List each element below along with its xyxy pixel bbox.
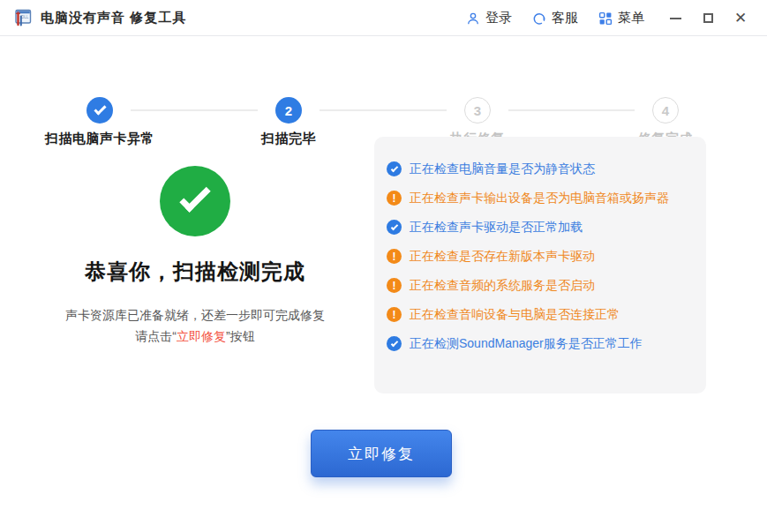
- step-indicator: 扫描电脑声卡异常2扫描完毕3执行修复4修复完成: [0, 37, 767, 125]
- scan-item: !正在检查声卡输出设备是否为电脑音箱或扬声器: [387, 184, 706, 213]
- scan-item-text: 正在检查音响设备与电脑是否连接正常: [410, 307, 620, 323]
- close-button[interactable]: ✕: [733, 11, 748, 26]
- scan-item-text: 正在检测SoundManager服务是否正常工作: [410, 336, 643, 352]
- step-label: 扫描完毕: [192, 131, 386, 147]
- check-icon: [387, 220, 402, 235]
- scan-item: 正在检查声卡驱动是否正常加载: [387, 213, 706, 242]
- result-heading: 恭喜你，扫描检测完成: [27, 258, 363, 286]
- menu-label: 菜单: [618, 10, 644, 26]
- scan-item: 正在检测SoundManager服务是否正常工作: [387, 329, 706, 358]
- exclamation-glyph: !: [393, 281, 396, 291]
- login-label: 登录: [485, 10, 512, 26]
- result-subtext-line1: 声卡资源库已准备就绪，还差一步即可完成修复: [65, 308, 325, 322]
- step-label: 扫描电脑声卡异常: [3, 131, 197, 147]
- scan-result-summary: 恭喜你，扫描检测完成 声卡资源库已准备就绪，还差一步即可完成修复 请点击“立即修…: [27, 157, 363, 347]
- result-subtext: 声卡资源库已准备就绪，还差一步即可完成修复 请点击“立即修复”按钮: [27, 304, 363, 347]
- warning-icon: !: [387, 249, 402, 264]
- exclamation-glyph: !: [393, 251, 396, 262]
- exclamation-glyph: !: [393, 193, 396, 204]
- warning-icon: !: [387, 191, 402, 206]
- scan-result-list: 正在检查电脑音量是否为静音状态!正在检查声卡输出设备是否为电脑音箱或扬声器正在检…: [374, 137, 706, 393]
- scan-item-text: 正在检查电脑音量是否为静音状态: [410, 161, 595, 177]
- scan-item-text: 正在检查音频的系统服务是否启动: [410, 278, 595, 294]
- scan-item-text: 正在检查声卡驱动是否正常加载: [410, 220, 583, 236]
- check-icon: [387, 336, 402, 351]
- svg-text:DLL: DLL: [21, 15, 29, 19]
- check-glyph: [390, 164, 397, 171]
- step-connector: [320, 109, 447, 111]
- step-connector: [131, 109, 258, 111]
- success-check-icon: [160, 166, 230, 236]
- exclamation-glyph: !: [393, 310, 396, 320]
- headset-icon: [532, 11, 546, 26]
- step-number: 4: [652, 97, 679, 124]
- step-number: 2: [275, 97, 302, 124]
- maximize-button[interactable]: [701, 11, 715, 26]
- window-controls: ✕: [668, 11, 748, 26]
- scan-item-text: 正在检查声卡输出设备是否为电脑音箱或扬声器: [410, 191, 669, 206]
- close-icon: ✕: [734, 11, 747, 26]
- result-subtext-line2: 请点击“立即修复”按钮: [135, 329, 254, 343]
- minimize-icon: [670, 18, 681, 19]
- repair-highlight: 立即修复: [177, 329, 226, 343]
- step-connector: [508, 109, 635, 111]
- title-bar: DLL 电脑没有声音 修复工具 登录 客服: [0, 0, 767, 36]
- login-button[interactable]: 登录: [466, 10, 512, 26]
- check-glyph: [390, 339, 397, 346]
- repair-now-button[interactable]: 立即修复: [311, 430, 452, 477]
- scan-item: !正在检查音频的系统服务是否启动: [387, 271, 706, 300]
- app-window: DLL 电脑没有声音 修复工具 登录 客服: [0, 0, 767, 532]
- step-check-icon: [86, 97, 113, 124]
- customer-service-label: 客服: [552, 10, 578, 26]
- scan-item: !正在检查是否存在新版本声卡驱动: [387, 242, 706, 271]
- user-icon: [466, 11, 480, 26]
- check-glyph: [390, 222, 397, 229]
- customer-service-button[interactable]: 客服: [532, 10, 578, 26]
- minimize-button[interactable]: [668, 11, 682, 26]
- scan-item: !正在检查音响设备与电脑是否连接正常: [387, 300, 706, 329]
- grid-menu-icon: [598, 11, 613, 26]
- check-icon: [387, 161, 402, 176]
- scan-item: 正在检查电脑音量是否为静音状态: [387, 154, 706, 184]
- check-glyph: [179, 181, 210, 212]
- check-glyph: [94, 102, 106, 115]
- titlebar-actions: 登录 客服 菜单 ✕: [466, 0, 748, 36]
- scan-item-text: 正在检查是否存在新版本声卡驱动: [410, 249, 595, 265]
- app-logo-icon: DLL: [12, 8, 32, 27]
- window-title: 电脑没有声音 修复工具: [41, 10, 186, 26]
- maximize-icon: [703, 13, 713, 23]
- warning-icon: !: [387, 278, 402, 293]
- warning-icon: !: [387, 307, 402, 322]
- menu-button[interactable]: 菜单: [598, 10, 644, 26]
- step-number: 3: [464, 97, 491, 124]
